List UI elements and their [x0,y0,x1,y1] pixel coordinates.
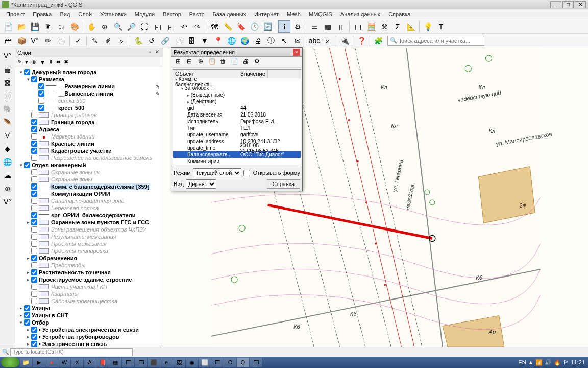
layer-item[interactable]: Санитарно-защитная зона [16,197,162,204]
result-row[interactable]: gid44 [173,105,301,111]
layer-checkbox[interactable] [31,148,37,154]
layer-checkbox[interactable] [31,112,37,118]
layer-label[interactable]: • Устройства трубопроводов [38,334,120,340]
layer-checkbox[interactable] [31,241,37,247]
lang-indicator[interactable]: EN [518,359,526,365]
tray-flag-icon[interactable]: ▲ [528,359,534,365]
layer-checkbox[interactable] [31,219,37,225]
layer-label[interactable]: Санитарно-защитная зона [50,198,126,204]
app4-icon[interactable]: ⬛ [148,358,160,367]
layer-item[interactable]: Разрешение на использование земель [16,154,162,162]
new-vector-icon[interactable]: 📦 [15,35,28,47]
toolbox-icon[interactable]: ⚒ [378,20,390,33]
expand-icon[interactable]: ▾ [18,70,23,75]
layer-label[interactable]: сетка 500 [57,98,86,104]
identify-icon[interactable]: ℹ [278,20,290,33]
mssql-tool-icon[interactable]: V [2,130,13,141]
layer-item[interactable]: Кварталы [16,290,162,297]
filter-legend-icon[interactable]: ▼ [40,59,45,65]
layer-item[interactable]: Части участков ГКН [16,283,162,290]
zoom-full-icon[interactable]: ⛶ [138,20,151,33]
visibility-icon[interactable]: 👁 [31,59,37,65]
add-group-icon[interactable]: ▾ [25,59,28,65]
layer-item[interactable]: ▸Улицы [16,305,162,312]
tips-icon[interactable]: 💡 [422,20,434,33]
python-icon[interactable]: 🐍 [132,35,144,47]
dialog-close-icon[interactable]: ✕ [293,49,300,56]
layer-item[interactable]: ●Маркеры зданий [16,133,162,140]
mail-icon[interactable]: ✉ [291,35,304,47]
menu-Интернет[interactable]: Интернет [250,10,283,18]
minimize-button[interactable]: _ [550,1,561,8]
pan-icon[interactable]: ✋ [85,20,97,33]
layer-checkbox[interactable] [31,126,37,132]
abc-icon[interactable]: abc [308,35,321,47]
layer-checkbox[interactable] [31,191,37,197]
result-row[interactable]: update_usernamegarifova [173,131,301,138]
layer-label[interactable]: Маркеры зданий [50,133,96,140]
undo-icon[interactable]: ↺ [145,35,158,47]
layer-label[interactable]: крест 500 [57,105,85,111]
layer-label[interactable]: Охранные зоны ик [50,169,101,175]
select-value-icon[interactable]: ▦ [322,20,334,33]
open-project-icon[interactable]: 📂 [15,20,28,33]
ie-icon[interactable]: e [160,358,173,367]
grid-icon[interactable]: ▦ [172,35,184,47]
add-layer-icon[interactable]: 🗃 [2,35,14,47]
layer-checkbox[interactable] [24,312,30,318]
layer-item[interactable]: Проекты планировки [16,247,162,255]
menu-Вид[interactable]: Вид [56,10,74,18]
refresh-icon[interactable]: 🔄 [261,20,274,33]
app1-icon[interactable]: ▦ [109,358,121,367]
tray-action-icon[interactable]: 🏳 [563,359,569,365]
layer-edit-icon[interactable]: ✎ [156,91,160,97]
layer-label[interactable]: __Выносные линии [57,90,114,97]
expand-icon[interactable]: ▸ [26,334,31,339]
layer-label[interactable]: Разметка [38,76,65,82]
layer-item[interactable]: Зоны размещения объектов ЧКПЗУ [16,226,162,233]
layer-checkbox[interactable] [31,234,37,240]
filter-icon[interactable]: ▼ [199,35,211,47]
layer-item[interactable]: spr_ОРИИ_балансодержатели [16,212,162,219]
layer-checkbox[interactable] [31,183,37,190]
select-icon[interactable]: ▭ [308,20,321,33]
menu-Анализ данных[interactable]: Анализ данных [336,10,384,18]
zoom-selection-icon[interactable]: ◰ [152,20,164,33]
maximize-button[interactable]: □ [562,1,574,8]
tray-shield-icon[interactable]: 🔥 [554,359,561,366]
layer-checkbox[interactable] [31,284,37,290]
layer-item[interactable]: Результаты межевания [16,233,162,240]
measure-icon[interactable]: 📏 [222,20,234,33]
layer-item[interactable]: ▸• Устройства электричества и связи [16,326,162,333]
layer-edit-icon[interactable]: ✎ [156,84,160,89]
acad-icon[interactable]: A [84,358,96,367]
plugin2-icon[interactable]: 🧩 [372,35,384,47]
locate-input[interactable] [10,348,133,356]
layer-item[interactable]: Охранные зоны ик [16,169,162,176]
word-icon[interactable]: W [58,358,70,367]
expand-icon[interactable]: ▸ [26,270,31,275]
zoom-layer-icon[interactable]: ◱ [165,20,177,33]
layer-label[interactable]: Части участков ГКН [50,284,108,290]
zoom-last-icon[interactable]: ↶ [178,20,190,33]
layer-checkbox[interactable] [31,248,37,254]
layer-item[interactable]: сетка 500 [16,97,162,104]
layer-checkbox[interactable] [38,105,44,111]
panel-close-icon[interactable]: ✕ [154,49,161,56]
outlook-icon[interactable]: O [224,358,236,367]
layer-checkbox[interactable] [31,155,37,161]
app7-icon[interactable]: 🗔 [211,358,224,367]
layer-label[interactable]: Растительность точечная [38,269,112,275]
expand-icon[interactable]: ▸ [18,306,23,311]
address-search-input[interactable] [397,38,482,44]
remove-layer-icon[interactable]: ✖ [64,59,68,65]
app2-icon[interactable]: 🗔 [122,358,134,367]
clock[interactable]: 11:21 [571,359,585,365]
layer-checkbox[interactable] [38,90,44,97]
text-icon[interactable]: T [435,20,447,33]
result-row[interactable]: update_time2018-05-21T15:06:52.646 [173,145,301,151]
pan-selection-icon[interactable]: ⊕ [99,20,111,33]
layer-item[interactable]: ▸Улицы в СНТ [16,312,162,319]
layer-checkbox[interactable] [31,169,37,175]
app3-icon[interactable]: 🗔 [135,358,147,367]
